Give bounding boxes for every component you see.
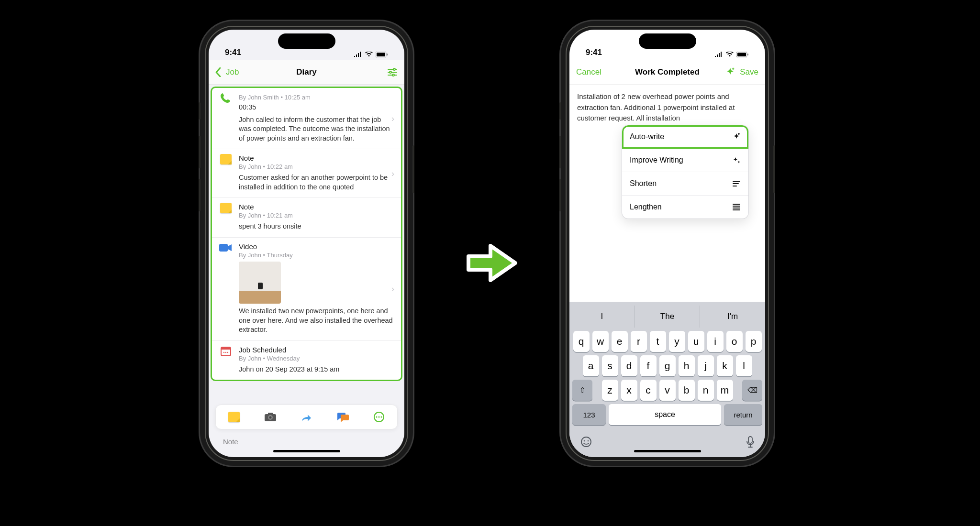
key-l[interactable]: l	[736, 355, 752, 376]
key-u[interactable]: u	[688, 331, 704, 352]
entry-meta: By John • Wednesday	[239, 355, 393, 362]
entry-title: Job Scheduled	[239, 346, 393, 354]
shift-key[interactable]: ⇧	[572, 380, 592, 401]
key-j[interactable]: j	[698, 355, 714, 376]
diary-entry-note[interactable]: Note By John • 10:21 am spent 3 hours on…	[212, 198, 401, 238]
phone-editor: 9:41 Cancel Work Completed Save Installa…	[561, 21, 774, 466]
svg-point-6	[393, 68, 395, 70]
wifi-icon	[726, 52, 734, 57]
key-y[interactable]: y	[669, 331, 685, 352]
svg-point-34	[584, 440, 585, 442]
status-indicators	[714, 52, 749, 57]
diary-entries-highlight: By John Smith • 10:25 am 00:35 John call…	[211, 87, 402, 381]
svg-point-8	[392, 74, 394, 76]
key-o[interactable]: o	[726, 331, 743, 352]
video-thumbnail[interactable]	[239, 262, 281, 304]
toolbar-camera[interactable]	[263, 411, 278, 423]
menu-shorten[interactable]: Shorten	[622, 172, 748, 196]
note-icon	[219, 202, 233, 214]
next-card-peek: Note	[223, 438, 238, 446]
home-indicator[interactable]	[273, 450, 340, 452]
key-n[interactable]: n	[698, 380, 714, 401]
home-indicator[interactable]	[634, 450, 701, 452]
toolbar-note[interactable]	[227, 411, 241, 423]
space-key[interactable]: space	[609, 404, 721, 425]
calendar-icon	[219, 345, 233, 357]
key-k[interactable]: k	[717, 355, 733, 376]
svg-point-20	[376, 416, 378, 418]
svg-rect-36	[748, 437, 752, 443]
svg-point-21	[379, 416, 380, 418]
ios-keyboard[interactable]: I The I'm qwertyuiop asdfghjkl ⇧ zxcvbnm…	[569, 302, 765, 457]
key-i[interactable]: i	[707, 331, 724, 352]
entry-title: Video	[239, 242, 393, 251]
cancel-button[interactable]: Cancel	[569, 67, 608, 77]
entry-meta: By John • 10:22 am	[239, 163, 393, 170]
filter-icon[interactable]	[387, 68, 398, 77]
key-a[interactable]: a	[583, 355, 599, 376]
diary-entry-call[interactable]: By John Smith • 10:25 am 00:35 John call…	[212, 88, 401, 149]
menu-label: Shorten	[630, 179, 657, 188]
entry-meta: By John Smith • 10:25 am	[239, 94, 393, 101]
delete-key[interactable]: ⌫	[742, 380, 762, 401]
status-indicators	[354, 52, 388, 57]
key-h[interactable]: h	[679, 355, 695, 376]
diary-entry-scheduled[interactable]: Job Scheduled By John • Wednesday John o…	[212, 341, 401, 380]
numbers-key[interactable]: 123	[572, 404, 606, 425]
dictation-key[interactable]	[746, 436, 755, 448]
back-button[interactable]: Job	[209, 67, 245, 77]
key-s[interactable]: s	[602, 355, 618, 376]
svg-point-13	[225, 351, 226, 352]
call-duration: 00:35	[239, 103, 393, 112]
key-c[interactable]: c	[640, 380, 657, 401]
entry-body: Customer asked for an another powerpoint…	[239, 173, 393, 192]
toolbar-chat[interactable]	[335, 411, 350, 423]
menu-lengthen[interactable]: Lengthen	[622, 196, 748, 219]
diary-entry-video[interactable]: Video By John • Thursday We installed tw…	[212, 238, 401, 341]
svg-rect-2	[387, 54, 388, 55]
key-r[interactable]: r	[631, 331, 647, 352]
prediction[interactable]: The	[635, 306, 701, 328]
toolbar-share[interactable]	[299, 411, 313, 423]
key-z[interactable]: z	[602, 380, 618, 401]
save-button[interactable]: Save	[740, 67, 758, 77]
dynamic-island	[278, 33, 335, 49]
navbar: Cancel Work Completed Save	[569, 60, 765, 85]
svg-rect-9	[219, 244, 228, 252]
lines-long-icon	[732, 203, 741, 211]
entry-body: spent 3 hours onsite	[239, 222, 393, 231]
emoji-key[interactable]	[580, 436, 592, 448]
key-v[interactable]: v	[659, 380, 676, 401]
editor-textarea[interactable]: Installation of 2 new overhead power poi…	[569, 85, 765, 131]
svg-rect-25	[747, 54, 748, 55]
diary-toolbar	[215, 405, 398, 429]
return-key[interactable]: return	[724, 404, 762, 425]
prediction[interactable]: I	[569, 306, 635, 328]
sparkle-stars-icon	[732, 156, 741, 164]
key-m[interactable]: m	[717, 380, 733, 401]
entry-body: John called to inform the customer that …	[239, 115, 393, 143]
key-p[interactable]: p	[746, 331, 762, 352]
navbar: Job Diary	[209, 60, 404, 85]
battery-icon	[376, 52, 388, 57]
key-g[interactable]: g	[659, 355, 676, 376]
key-x[interactable]: x	[621, 380, 637, 401]
key-d[interactable]: d	[621, 355, 637, 376]
prediction[interactable]: I'm	[700, 306, 765, 328]
diary-entry-note[interactable]: Note By John • 10:22 am Customer asked f…	[212, 149, 401, 198]
diary-screen: 9:41 Job Diary By John Smit	[209, 30, 404, 457]
menu-improve-writing[interactable]: Improve Writing	[622, 149, 748, 172]
sparkle-icon[interactable]	[725, 67, 735, 77]
toolbar-more[interactable]	[372, 411, 386, 423]
key-t[interactable]: t	[650, 331, 666, 352]
phone-diary: 9:41 Job Diary By John Smit	[200, 21, 413, 466]
key-e[interactable]: e	[612, 331, 628, 352]
entry-meta: By John • 10:21 am	[239, 212, 393, 219]
menu-auto-write[interactable]: Auto-write	[622, 125, 748, 149]
note-icon	[219, 153, 233, 165]
key-f[interactable]: f	[640, 355, 657, 376]
key-w[interactable]: w	[592, 331, 609, 352]
svg-point-14	[227, 351, 228, 352]
key-b[interactable]: b	[679, 380, 695, 401]
key-q[interactable]: q	[573, 331, 590, 352]
